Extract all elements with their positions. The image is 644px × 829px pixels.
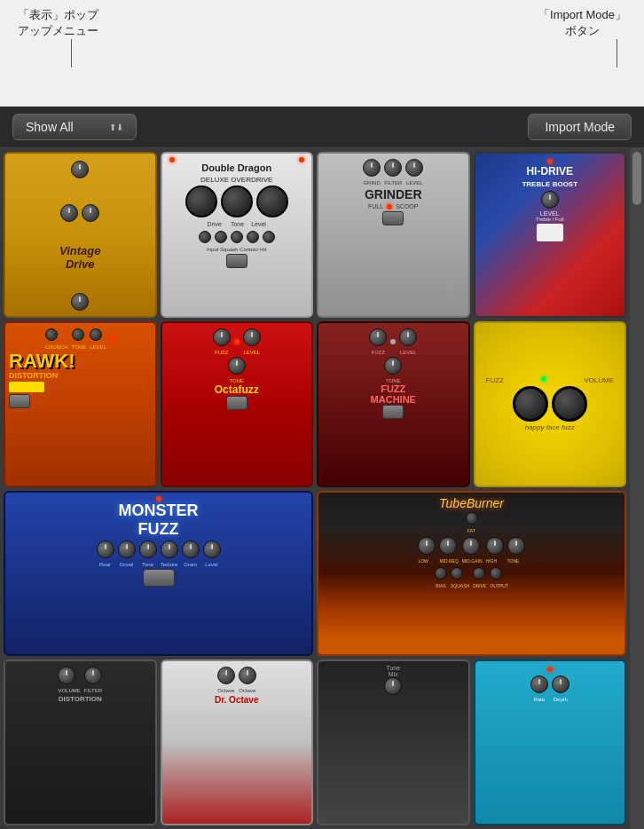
tube-burner-knobs-3: BIAS SQUASH DRIVE OUTPUT: [322, 567, 621, 588]
double-dragon-knob-2: [221, 186, 253, 217]
hi-drive-label: LEVEL: [540, 210, 560, 217]
rawk-footswitch: [9, 394, 30, 408]
tube-burner-knob-1: [466, 512, 478, 525]
monster-fuzz-knob-6: [203, 541, 221, 558]
flanger-knob-depth: [552, 675, 569, 693]
pedal-octafuzz[interactable]: FUZZ LEVEL TONE Octafuzz: [161, 321, 314, 487]
pedal-grid: VintageDrive Double DragonDELUXE OVERDRI…: [0, 148, 630, 829]
dr-octave-knob-octave: [217, 667, 235, 684]
tuner-knob: [384, 677, 402, 695]
pedal-dr-octave[interactable]: Octave Octave Dr. Octave: [161, 659, 314, 825]
grinder-knob-3: [405, 159, 423, 177]
double-dragon-knobs-2: Drive Tone Level: [208, 221, 266, 227]
vintage-drive-knob-1: [71, 161, 89, 178]
fuzz-machine-knobs-top: FUZZ LEVEL: [369, 328, 417, 355]
grinder-footswitch: [382, 211, 404, 225]
double-dragon-led-1: [169, 157, 175, 162]
octafuzz-title: Octafuzz: [215, 383, 259, 396]
fuzz-machine-knob-2: [399, 328, 417, 346]
distortion-knob-volume: [58, 667, 75, 684]
flanger-knob-rate: [530, 675, 548, 693]
hi-drive-knobs-2: [541, 191, 559, 209]
happy-face-led: [541, 376, 546, 382]
hi-drive-switch: [537, 224, 563, 241]
distortion-knob-filter: [84, 667, 102, 684]
rawk-badge: [9, 382, 44, 392]
happy-face-knobs: [513, 386, 587, 422]
fuzz-machine-led: [390, 339, 396, 344]
fuzz-machine-knob-1: [369, 328, 387, 346]
show-all-arrow-icon: ⬆⬇: [109, 122, 123, 132]
pedal-hi-drive[interactable]: HI-DRIVETREBLE BOOST LEVEL Treble / Full: [474, 152, 627, 318]
happy-face-title: happy face fuzz: [525, 423, 575, 431]
grinder-knobs-bottom: FULL SCOOP: [368, 203, 418, 209]
tube-burner-knob-tone: [507, 537, 525, 555]
pedal-fuzz-machine[interactable]: FUZZ LEVEL TONE FUZZMACHINE: [317, 321, 470, 487]
pedal-flanger[interactable]: Rate Depth: [474, 659, 627, 825]
annotation-right-text: 「Import Mode」 ボタン: [538, 7, 626, 39]
annotation-right: 「Import Mode」 ボタン: [538, 7, 626, 39]
show-all-button[interactable]: Show All ⬆⬇: [12, 114, 137, 140]
monster-fuzz-knobs: Roar Growl Tone Texture Grain: [9, 541, 308, 567]
pedal-grinder[interactable]: GRIND FILTER LEVEL GRINDER FULL SCOOP: [317, 152, 470, 318]
monster-fuzz-footswitch: [143, 569, 175, 587]
scrollbar[interactable]: [630, 148, 644, 829]
annotation-left: 「表示」ポップ アップメニュー: [18, 7, 98, 39]
flanger-knobs-2: Rate Depth: [530, 675, 569, 702]
tube-burner-knobs-2: LOW MID.REQ MID.GAIN HIGH TONE: [322, 537, 621, 564]
double-dragon-title: Double DragonDELUXE OVERDRIVE: [200, 162, 272, 184]
pedal-double-dragon[interactable]: Double DragonDELUXE OVERDRIVE Drive Tone…: [161, 152, 314, 318]
distortion-knobs: VOLUME FILTER: [9, 667, 152, 693]
grinder-knobs-top: GRIND FILTER LEVEL: [363, 159, 423, 186]
rawk-led: [110, 336, 115, 342]
octafuzz-footswitch: [226, 396, 247, 410]
double-dragon-labels: Input Squash Contour Hit: [207, 247, 266, 252]
tube-burner-knobs-top: FAT: [322, 512, 621, 533]
monster-fuzz-knob-4: [161, 541, 178, 558]
fuzz-machine-footswitch: [382, 405, 404, 419]
import-mode-label: Import Mode: [545, 120, 615, 134]
scrollbar-thumb[interactable]: [632, 152, 641, 205]
hi-drive-title: HI-DRIVETREBLE BOOST: [522, 166, 577, 189]
double-dragon-knob-7: [247, 231, 259, 243]
dr-octave-knobs: Octave Octave: [217, 667, 256, 693]
toolbar: Show All ⬆⬇ Import Mode: [0, 107, 644, 148]
show-all-label: Show All: [26, 120, 74, 134]
vintage-drive-knobs: [71, 161, 89, 178]
double-dragon-led-2: [299, 157, 304, 162]
double-dragon-knob-6: [231, 231, 243, 243]
pedal-monster-fuzz[interactable]: MONSTERFUZZ Roar Growl Tone Texture: [4, 491, 313, 657]
tuner-mix-label: Mix: [389, 671, 398, 677]
octafuzz-knob-fuzz: [213, 328, 231, 346]
grinder-knob-2: [384, 159, 402, 177]
fuzz-machine-knob-tone: [384, 357, 402, 375]
pedal-grid-area: VintageDrive Double DragonDELUXE OVERDRI…: [0, 148, 644, 829]
tube-burner-knob-bias: [435, 567, 447, 580]
pedal-vintage-drive[interactable]: VintageDrive: [4, 152, 157, 318]
rawk-knob-3: [90, 328, 102, 341]
double-dragon-knob-4: [199, 231, 211, 243]
double-dragon-knob-5: [215, 231, 227, 243]
rawk-knob-1: [45, 328, 58, 341]
hi-drive-led: [547, 159, 553, 164]
pedal-distortion[interactable]: VOLUME FILTER DISTORTION: [4, 659, 157, 825]
vintage-drive-knob-4: [71, 293, 89, 311]
vintage-drive-knob-2: [60, 204, 78, 222]
dr-octave-knob-octave2: [239, 667, 256, 684]
pedal-tube-burner[interactable]: TubeBurner FAT LOW MID.REQ MID.G: [317, 491, 626, 657]
happy-face-fuzz-label: FUZZ: [486, 376, 504, 384]
monster-fuzz-knob-5: [182, 541, 200, 558]
double-dragon-knobs-3: [199, 231, 275, 243]
vintage-drive-knob-3: [82, 204, 99, 222]
grinder-led: [387, 204, 392, 209]
import-mode-button[interactable]: Import Mode: [528, 114, 632, 140]
pedal-tuner[interactable]: Tune Mix: [317, 659, 470, 825]
distortion-title: DISTORTION: [9, 695, 152, 703]
vintage-drive-title: VintageDrive: [59, 245, 100, 271]
tube-burner-knob-output: [490, 567, 502, 580]
double-dragon-knob-1: [185, 186, 217, 217]
tube-burner-knob-low: [418, 537, 436, 555]
pedal-happy-face[interactable]: FUZZ VOLUME happy face fuzz: [474, 321, 627, 487]
hi-drive-label-2: Treble / Full: [536, 217, 563, 222]
pedal-rawk[interactable]: CRUNCH TONE LEVEL RAWK! DISTORTION: [4, 321, 157, 487]
